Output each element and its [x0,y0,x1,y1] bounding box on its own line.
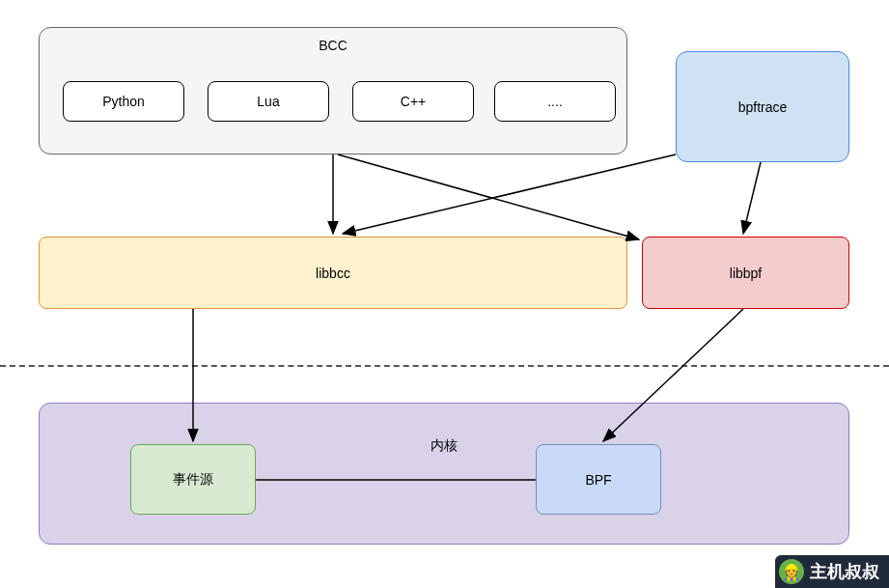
kernel-title: 内核 [431,437,458,455]
bcc-item-label: C++ [401,94,426,109]
bcc-item-label: .... [547,94,563,109]
bcc-title: BCC [319,38,347,53]
bpftrace-label: bpftrace [738,99,788,115]
bcc-item-lua: Lua [208,81,329,122]
event-source-box: 事件源 [130,444,256,515]
arrow-bpftrace-to-libbcc [343,154,676,234]
event-source-label: 事件源 [173,471,213,489]
libbcc-box: libbcc [39,237,627,309]
logo-badge: 👷 主机叔叔 [775,555,889,588]
bcc-item-label: Lua [257,94,279,109]
bpf-box: BPF [536,444,661,515]
arrow-bcc-to-libbpf [338,154,639,239]
logo-avatar-icon: 👷 [779,559,804,584]
bcc-item-more: .... [494,81,616,122]
arrow-bpftrace-to-libbpf [743,162,761,234]
libbpf-label: libbpf [730,266,762,281]
logo-text: 主机叔叔 [810,560,879,583]
libbcc-label: libbcc [316,266,350,281]
bcc-item-python: Python [63,81,184,122]
bcc-item-cpp: C++ [352,81,474,122]
userspace-kernel-divider [0,365,889,367]
libbpf-box: libbpf [642,237,849,309]
bcc-item-label: Python [102,94,145,109]
bpftrace-box: bpftrace [676,51,849,162]
bpf-label: BPF [585,472,611,488]
